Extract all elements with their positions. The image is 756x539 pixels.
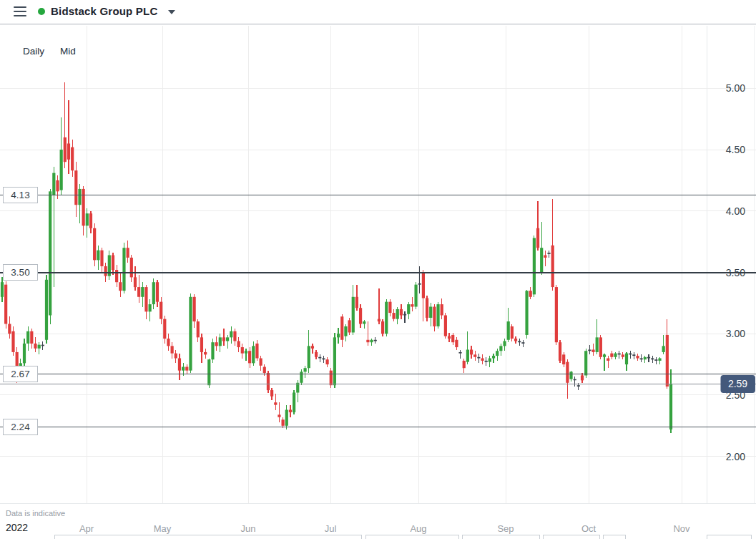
candle [559,340,561,364]
candle [355,285,358,311]
range-selector-segment[interactable] [604,535,626,539]
candle [86,208,89,238]
x-axis-month-label: Oct [581,523,596,534]
range-selector-segment[interactable] [366,535,459,539]
candle-body [97,251,99,261]
candle-body [252,346,255,363]
hamburger-menu-icon[interactable] [14,6,26,17]
candle-body [629,354,632,355]
candle-body [507,321,510,340]
candle [521,340,524,347]
candle-body [607,359,609,361]
candle-body [263,367,266,374]
candle-body [237,341,240,348]
candle-body [588,350,591,351]
candle [207,359,210,388]
candle [629,351,632,358]
candle [26,326,29,351]
market-status-dot-icon [38,8,45,15]
candle [388,299,391,316]
tab-mid[interactable]: Mid [60,46,76,57]
candle-body [281,419,284,426]
price-axis-tick-label: 4.50 [726,144,745,155]
candle-body [366,340,369,342]
candle-body [8,324,11,334]
instrument-title: Bidstack Group PLC [51,5,157,17]
range-selector-segment[interactable] [463,535,540,539]
candle [436,302,439,329]
candle-body [477,357,480,359]
candle-body [100,251,103,266]
candle [662,335,665,354]
candle-body [481,359,483,361]
candle-body [330,371,333,386]
candle-body [233,331,236,341]
candle [407,302,410,319]
candle-body [581,376,584,381]
candle-body [647,357,650,359]
candle-body [197,321,200,337]
instrument-selector[interactable]: Bidstack Group PLC [51,0,175,24]
range-selector-strip[interactable] [55,535,752,539]
candle-body [418,283,421,285]
candle-body [618,354,621,355]
candle [233,329,236,346]
candle [97,246,99,270]
candle-body [52,173,55,195]
candle-body [370,340,373,342]
candle [636,354,639,361]
candle-body [654,359,657,361]
candle-body [322,359,325,360]
candle [511,324,514,341]
x-axis-month-label: May [154,523,172,534]
candle-body [289,410,292,412]
candle-body [492,356,495,358]
candle [122,243,125,293]
range-selector-segment[interactable] [55,535,362,539]
candle-body [226,337,229,341]
candle [458,350,461,359]
candle-body [644,357,647,359]
range-selector-segment[interactable] [544,535,600,539]
candle [411,297,413,312]
price-level-flag-label: 2.24 [11,422,30,432]
candle [444,313,447,339]
candle-body [536,228,539,248]
range-selector-segment[interactable] [707,535,752,539]
candle [152,278,155,309]
price-axis-tick-label: 3.00 [726,328,745,339]
candle-body [614,354,617,357]
candle-body [82,189,85,225]
candle-body [378,319,381,321]
candle-body [496,351,499,356]
candle [200,334,203,363]
candle [555,285,558,345]
candle-body [149,304,152,311]
candle [230,326,232,344]
candle-body [381,321,384,334]
candle [485,357,488,366]
price-level-flag: 3.50 [4,265,38,281]
candle [325,357,328,367]
candle-body [318,357,321,359]
price-axis-tick-label: 4.00 [726,205,745,217]
candle-body [591,350,594,352]
candle [274,394,277,409]
price-axis[interactable]: 5.004.504.003.503.002.502.00 [726,82,745,462]
candle-body [11,331,14,352]
candle [337,328,340,344]
candle [496,349,499,361]
candle-body [422,273,425,298]
tab-daily[interactable]: Daily [23,46,44,57]
candle-body [274,402,277,404]
candle-body [315,352,318,357]
candle-body [241,347,244,354]
candle [215,336,218,351]
candle [669,369,672,433]
candle [603,354,606,371]
candle [544,251,546,266]
candle-body [359,308,362,324]
candlestick-chart[interactable]: 4.133.502.672.245.004.504.003.503.002.50… [0,0,756,539]
candle-body [207,359,210,385]
candle [119,273,122,297]
